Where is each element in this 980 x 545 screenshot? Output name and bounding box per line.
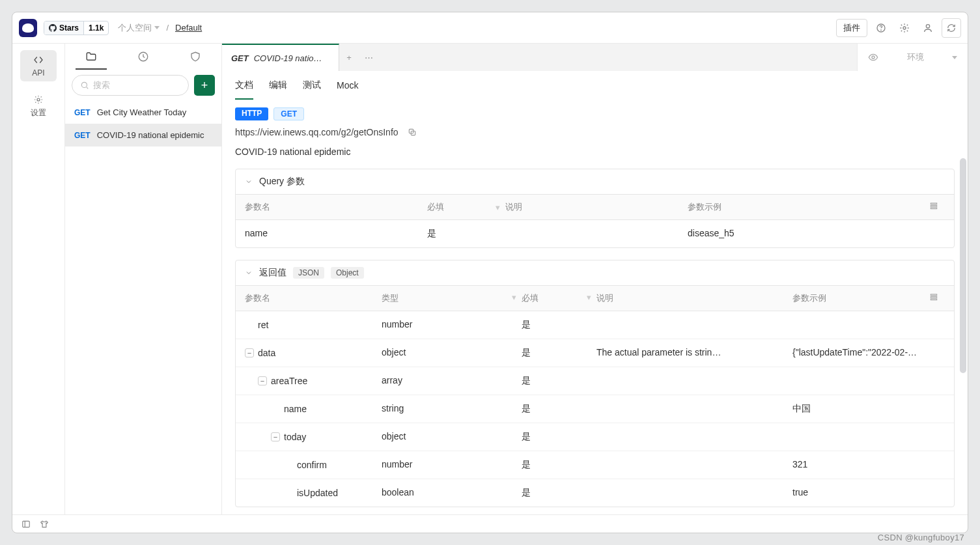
sidebar-tab-env[interactable]	[169, 44, 221, 70]
doc-tab[interactable]: GET COVID-19 national e…	[222, 44, 339, 71]
col-type: 类型▾	[382, 292, 522, 304]
copy-icon	[408, 128, 417, 137]
api-item-covid19[interactable]: GET COVID-19 national epidemic	[65, 124, 221, 147]
search-input[interactable]: 搜索	[72, 75, 189, 96]
eye-icon	[868, 52, 878, 63]
chevron-down-icon	[245, 178, 253, 186]
chevron-down-icon	[154, 26, 160, 29]
svg-point-2	[903, 27, 906, 29]
col-param-name: 参数名	[245, 201, 427, 213]
filter-icon[interactable]: ▾	[587, 292, 596, 304]
svg-point-7	[872, 56, 875, 59]
table-row: name 是 disease_h5	[236, 220, 954, 247]
table-row: −dataobject是The actual parameter is stri…	[236, 339, 954, 367]
table-row: isUpdatedboolean是true	[236, 479, 954, 507]
svg-rect-13	[931, 294, 936, 296]
api-item-get-city-weather[interactable]: GET Get City Weather Today	[65, 101, 221, 124]
panel-toggle-icon[interactable]	[21, 520, 31, 529]
get-badge: GET	[273, 107, 304, 120]
tree-toggle[interactable]: −	[258, 376, 267, 385]
github-stars-badge[interactable]: Stars 1.1k	[44, 21, 109, 35]
shirt-icon[interactable]	[40, 520, 49, 529]
app-logo[interactable]	[19, 19, 37, 37]
chevron-down-icon	[245, 269, 253, 277]
tabbar: GET COVID-19 national e… + ⋯ 环境	[222, 44, 968, 71]
table-row: retnumber是	[236, 311, 954, 339]
subtab-test[interactable]: 测试	[303, 71, 321, 100]
col-menu-icon[interactable]	[929, 292, 945, 304]
json-chip: JSON	[293, 267, 324, 279]
environment-selector[interactable]: 环境	[857, 44, 968, 71]
svg-rect-12	[931, 208, 936, 209]
workspace-dropdown[interactable]: 个人空间	[118, 22, 160, 34]
help-button[interactable]	[871, 18, 891, 38]
project-link[interactable]: Default	[175, 23, 202, 33]
copy-button[interactable]	[408, 128, 417, 137]
content: HTTP GET https://view.inews.qq.com/g2/ge…	[222, 100, 968, 514]
sidebar-tab-history[interactable]	[117, 44, 169, 70]
gear-icon	[899, 23, 910, 33]
subtab-doc[interactable]: 文档	[235, 71, 253, 100]
watermark: CSDN @kungfuboy17	[878, 533, 964, 542]
user-button[interactable]	[918, 18, 938, 38]
statusbar	[12, 514, 968, 533]
refresh-icon	[947, 23, 956, 33]
svg-point-4	[37, 98, 40, 101]
col-desc: 说明	[596, 292, 792, 304]
svg-point-6	[81, 82, 87, 87]
filter-icon[interactable]: ▾	[496, 203, 505, 212]
plugin-button[interactable]: 插件	[836, 19, 867, 37]
chevron-down-icon	[952, 56, 957, 59]
tree-toggle[interactable]: −	[271, 432, 280, 441]
main: GET COVID-19 national e… + ⋯ 环境 文档 编辑 测试…	[222, 44, 968, 514]
svg-rect-14	[931, 296, 936, 298]
subtab-mock[interactable]: Mock	[337, 71, 358, 100]
add-button[interactable]: +	[194, 75, 215, 96]
table-row: −areaTreearray是	[236, 367, 954, 395]
col-sample: 参数示例	[688, 201, 929, 213]
tab-overflow-button[interactable]: ⋯	[359, 44, 378, 71]
scrollbar[interactable]	[960, 158, 966, 373]
help-icon	[876, 23, 886, 33]
settings-button[interactable]	[895, 18, 914, 38]
col-param-name: 参数名	[245, 292, 382, 304]
col-desc: 说明	[505, 201, 688, 213]
table-row: namestring是中国	[236, 395, 954, 423]
user-icon	[923, 23, 933, 33]
object-chip: Object	[331, 267, 364, 279]
activity-api[interactable]: API	[20, 50, 57, 81]
query-params-panel: Query 参数 参数名 必填▾ 说明 参数示例 name 是	[235, 169, 955, 248]
table-row: confirmnumber是321	[236, 451, 954, 479]
col-required: 必填▾	[427, 201, 505, 213]
topbar: Stars 1.1k 个人空间 / Default 插件	[12, 12, 968, 44]
stars-label: Stars	[59, 23, 79, 33]
stars-count: 1.1k	[84, 21, 108, 35]
subtab-edit[interactable]: 编辑	[269, 71, 287, 100]
sidebar: 搜索 + GET Get City Weather Today GET COVI…	[64, 44, 222, 514]
tree-toggle[interactable]: −	[245, 348, 254, 357]
shield-icon	[189, 51, 201, 63]
svg-rect-15	[931, 299, 936, 300]
return-value-panel: 返回值 JSON Object 参数名 类型▾ 必填▾ 说明 参数示例	[235, 260, 955, 507]
col-required: 必填▾	[522, 292, 596, 304]
folder-icon	[85, 51, 97, 63]
filter-icon[interactable]: ▾	[512, 292, 522, 304]
svg-rect-16	[23, 521, 30, 527]
svg-rect-11	[931, 205, 936, 206]
http-badge: HTTP	[235, 107, 268, 120]
col-menu-icon[interactable]	[929, 201, 945, 213]
svg-rect-10	[931, 203, 936, 204]
panel-header[interactable]: Query 参数	[236, 169, 954, 195]
panel-header[interactable]: 返回值 JSON Object	[236, 260, 954, 286]
new-tab-button[interactable]: +	[339, 44, 359, 71]
history-icon	[137, 51, 149, 63]
activity-settings[interactable]: 设置	[20, 91, 57, 122]
refresh-button[interactable]	[942, 18, 961, 38]
sidebar-tab-folder[interactable]	[65, 44, 117, 70]
api-name: COVID-19 national epidemic	[235, 147, 955, 157]
api-url: https://view.inews.qq.com/g2/getOnsInfo	[235, 127, 399, 137]
subtabs: 文档 编辑 测试 Mock	[222, 71, 968, 100]
svg-point-1	[881, 30, 882, 31]
table-row: −todayobject是	[236, 423, 954, 451]
search-icon	[80, 81, 89, 90]
